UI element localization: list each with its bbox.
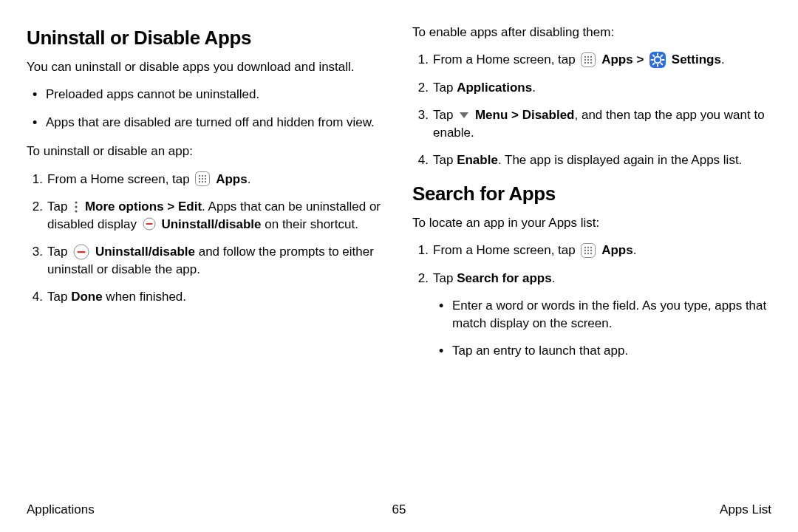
footer-left: Applications bbox=[27, 502, 95, 517]
svg-point-2 bbox=[202, 175, 203, 177]
page-footer: Applications 65 Apps List bbox=[27, 502, 771, 517]
svg-point-25 bbox=[587, 62, 589, 64]
svg-point-42 bbox=[587, 250, 589, 251]
svg-point-11 bbox=[75, 205, 78, 208]
svg-point-6 bbox=[205, 178, 206, 180]
left-column: Uninstall or Disable Apps You can uninst… bbox=[27, 24, 386, 373]
svg-point-38 bbox=[584, 247, 586, 248]
svg-line-35 bbox=[653, 64, 655, 65]
search-sub-2: Tap an entry to launch that app. bbox=[452, 342, 771, 359]
left-step-3: Tap Uninstall/disable and follow the pro… bbox=[47, 243, 386, 278]
svg-line-36 bbox=[661, 55, 663, 57]
svg-point-9 bbox=[205, 181, 206, 183]
svg-point-4 bbox=[199, 178, 200, 180]
svg-point-41 bbox=[584, 250, 586, 251]
right-enable-step-1: From a Home screen, tap Apps > Settings. bbox=[433, 51, 771, 69]
apps-grid-icon bbox=[195, 171, 210, 186]
svg-point-40 bbox=[590, 247, 592, 248]
left-step-1: From a Home screen, tap Apps. bbox=[47, 171, 386, 188]
uninstall-small-icon bbox=[143, 217, 156, 231]
svg-point-5 bbox=[202, 178, 203, 180]
apps-grid-icon bbox=[581, 243, 596, 258]
apps-grid-icon bbox=[581, 52, 596, 67]
svg-point-39 bbox=[587, 247, 589, 248]
svg-point-43 bbox=[590, 250, 592, 251]
svg-point-21 bbox=[584, 59, 586, 61]
svg-point-24 bbox=[584, 62, 586, 64]
right-search-step-2: Tap Search for apps. Enter a word or wor… bbox=[433, 270, 771, 360]
footer-page-number: 65 bbox=[392, 502, 406, 517]
svg-point-18 bbox=[584, 56, 586, 58]
svg-point-7 bbox=[199, 181, 200, 183]
svg-rect-16 bbox=[78, 251, 86, 253]
heading-search: Search for Apps bbox=[412, 183, 771, 205]
intro-text: You can uninstall or disable apps you do… bbox=[27, 58, 386, 75]
bullet-preloaded: Preloaded apps cannot be uninstalled. bbox=[46, 86, 386, 103]
svg-point-8 bbox=[202, 181, 203, 183]
settings-gear-icon bbox=[649, 52, 666, 68]
search-sub-1: Enter a word or words in the field. As y… bbox=[452, 297, 771, 332]
right-enable-step-4: Tap Enable. The app is displayed again i… bbox=[433, 151, 771, 168]
search-intro: To locate an app in your Apps list: bbox=[412, 214, 771, 231]
heading-uninstall: Uninstall or Disable Apps bbox=[27, 27, 386, 50]
svg-point-19 bbox=[587, 56, 589, 58]
right-column: To enable apps after disabling them: Fro… bbox=[412, 24, 771, 373]
right-search-step-1: From a Home screen, tap Apps. bbox=[433, 242, 771, 259]
svg-line-33 bbox=[653, 55, 655, 57]
svg-point-45 bbox=[587, 253, 589, 254]
svg-point-26 bbox=[590, 62, 592, 64]
svg-point-23 bbox=[590, 59, 592, 61]
svg-point-1 bbox=[199, 175, 200, 177]
enable-intro: To enable apps after disabling them: bbox=[412, 24, 771, 41]
svg-point-12 bbox=[75, 210, 78, 212]
kebab-menu-icon bbox=[73, 200, 79, 214]
bullet-disabled: Apps that are disabled are turned off an… bbox=[46, 114, 386, 131]
svg-point-3 bbox=[205, 175, 206, 177]
uninstall-large-icon bbox=[73, 244, 89, 260]
uninstall-intro: To uninstall or disable an app: bbox=[27, 143, 386, 160]
svg-point-22 bbox=[587, 59, 589, 61]
svg-rect-14 bbox=[146, 223, 152, 225]
left-step-2: Tap More options > Edit. Apps that can b… bbox=[47, 198, 386, 233]
svg-point-44 bbox=[584, 253, 586, 254]
right-enable-step-3: Tap Menu > Disabled, and then tap the ap… bbox=[433, 106, 771, 141]
svg-point-10 bbox=[75, 201, 78, 203]
svg-point-46 bbox=[590, 253, 592, 254]
footer-right: Apps List bbox=[720, 502, 771, 517]
right-enable-step-2: Tap Applications. bbox=[433, 79, 771, 96]
left-step-4: Tap Done when finished. bbox=[47, 288, 386, 305]
svg-point-20 bbox=[590, 56, 592, 58]
dropdown-triangle-icon bbox=[459, 112, 469, 119]
svg-line-34 bbox=[661, 64, 663, 65]
